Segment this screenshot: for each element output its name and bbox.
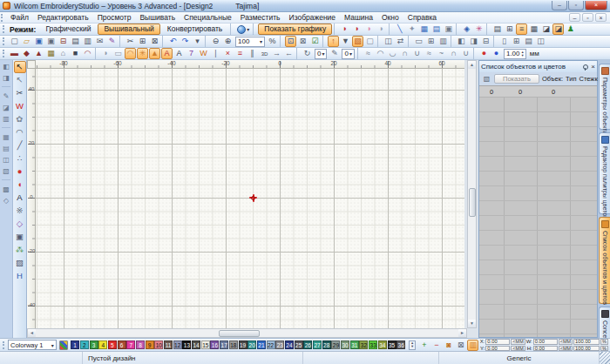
dock-tool-icon[interactable]: ◪ <box>1 103 11 113</box>
color-swatch[interactable]: 30 <box>341 340 349 349</box>
delete-icon[interactable]: × <box>222 48 234 59</box>
toolbar-icon[interactable]: ▯ <box>498 36 510 47</box>
no-fill-icon[interactable]: ⊠ <box>455 340 466 351</box>
tab-object-properties[interactable]: Параметры объекта <box>599 64 610 130</box>
print-preview-icon[interactable]: ▥ <box>82 36 93 47</box>
toolbar-icon[interactable]: → <box>271 48 282 59</box>
3d-icon[interactable]: 3D <box>259 48 270 59</box>
dock-tool-icon[interactable]: ▧ <box>1 166 11 177</box>
stitch-type-icon[interactable]: ◡ <box>387 48 398 59</box>
close-button[interactable]: × <box>585 1 607 10</box>
arc-red-icon[interactable]: ◖ <box>14 179 26 191</box>
color-swatch[interactable]: 12 <box>173 340 182 349</box>
palette-scroll-stepper[interactable]: ▴ ▾ <box>409 340 416 350</box>
stitch-type-icon[interactable]: ◠ <box>375 48 386 59</box>
folder-dark2-icon[interactable]: ◪ <box>552 24 564 35</box>
graphic-mode-button[interactable]: Графический <box>39 24 97 35</box>
digitize-arc-icon[interactable]: ◠ <box>14 126 26 138</box>
color-swatch[interactable]: 27 <box>313 340 322 349</box>
overlap-icon[interactable]: ⊡ <box>285 36 296 47</box>
pen-icon[interactable]: ✎ <box>329 48 340 59</box>
colorway-select[interactable]: Colorway 1 ▾ <box>8 340 57 350</box>
toolbar-icon[interactable]: ▥ <box>437 36 449 47</box>
cut-icon[interactable]: ✂ <box>125 36 136 47</box>
dock-tool-icon[interactable]: ◫ <box>1 155 11 165</box>
color-swatch[interactable]: 36 <box>396 340 405 349</box>
color-swatch[interactable]: 3 <box>90 340 98 349</box>
h-tool-icon[interactable]: H <box>14 270 26 282</box>
seven-icon[interactable]: 7 <box>186 48 197 59</box>
toolbar-icon[interactable]: ◫ <box>535 36 546 47</box>
dock-tool-icon[interactable]: ▥ <box>1 114 11 125</box>
stitch-type-icon[interactable]: ∩ <box>399 48 410 59</box>
color-swatch[interactable]: 24 <box>285 340 294 349</box>
dock-tool-icon[interactable] <box>2 86 10 90</box>
color-swatch[interactable]: 19 <box>239 340 247 349</box>
color-swatch[interactable]: 13 <box>182 340 191 349</box>
menu-help[interactable]: Справка <box>403 13 441 22</box>
offset-spinner[interactable]: 0 ▾ <box>342 49 354 59</box>
folder-dark-icon[interactable]: ◪ <box>540 24 552 35</box>
fill-arc-icon[interactable]: ◠ <box>125 48 136 59</box>
color-swatch[interactable]: 25 <box>295 340 303 349</box>
image-icon[interactable]: ▣ <box>443 24 454 35</box>
menu-view[interactable]: Просмотр <box>93 13 136 22</box>
star-fill-icon[interactable]: ✳ <box>137 48 148 59</box>
toolbar-icon[interactable]: ▭ <box>413 36 424 47</box>
petal-hatched-icon[interactable]: ◗ <box>351 24 363 35</box>
palette-editor-icon[interactable]: ▥ <box>467 340 478 351</box>
toolbar-icon[interactable] <box>456 24 459 35</box>
petal-empty-icon[interactable]: ◗ <box>376 24 387 35</box>
scroll-left-icon[interactable]: ◄ <box>28 329 36 337</box>
color-swatch[interactable]: 4 <box>98 340 107 349</box>
menu-stitch[interactable]: Вышивать <box>135 13 180 22</box>
zoom-out-icon[interactable]: ⊖ <box>210 36 221 47</box>
design-icon[interactable]: ◈ <box>461 24 472 35</box>
menu-image[interactable]: Изображение <box>285 13 341 22</box>
toolbar-icon[interactable]: ⊞ <box>425 36 437 47</box>
color-swatch[interactable]: 2 <box>80 340 89 349</box>
color-swatch[interactable]: 6 <box>118 340 126 349</box>
color-swatch[interactable]: 26 <box>303 340 312 349</box>
printer-icon[interactable]: ▤ <box>491 24 503 35</box>
color-swatch[interactable]: 16 <box>210 340 219 349</box>
hoop-globe-button[interactable]: ▾ <box>237 25 249 34</box>
tab-color-palette-editor[interactable]: Редактор палитры цветов <box>599 132 610 214</box>
refresh-icon[interactable]: ↻ <box>302 48 313 59</box>
tab-object-color-list[interactable]: Список объектов и цветов <box>599 217 610 304</box>
check-icon[interactable]: ☑ <box>309 36 321 47</box>
toolbar-icon[interactable]: ◆ <box>21 48 32 59</box>
coordinate-field[interactable]: 0.00 <box>485 339 510 345</box>
color-swatch[interactable]: 15 <box>201 340 210 349</box>
save-all-icon[interactable]: ▣ <box>45 36 57 47</box>
new-icon[interactable]: ▢ <box>9 36 20 47</box>
color-swatch[interactable]: 11 <box>164 340 173 349</box>
toolbar-icon[interactable]: ◫ <box>383 36 394 47</box>
color-swatch[interactable]: 31 <box>350 340 359 349</box>
toolbar-icon[interactable]: ▭ <box>112 48 124 59</box>
color-swatch[interactable]: 28 <box>322 340 331 349</box>
remove-color-icon[interactable]: − <box>430 340 442 351</box>
toolbar-icon[interactable] <box>280 36 283 47</box>
toolbar-icon[interactable] <box>408 36 411 47</box>
toolbar-icon[interactable] <box>119 36 123 47</box>
up-arrow-icon[interactable]: ↑ <box>328 36 339 47</box>
add-color-icon[interactable]: + <box>418 340 430 351</box>
toolbar-icon[interactable] <box>322 36 326 47</box>
toolbar-icon[interactable]: ▦ <box>45 48 57 59</box>
scissors-icon[interactable]: ✂ <box>14 87 26 99</box>
color-swatch[interactable]: 9 <box>146 340 154 349</box>
line-tool-icon[interactable]: ╲ <box>394 24 405 35</box>
stitch-type-icon[interactable]: ≈ <box>363 48 374 59</box>
toolbar-icon[interactable] <box>486 24 490 35</box>
flower-tool-icon[interactable]: ✿ <box>14 113 26 125</box>
circle-red-icon[interactable]: ● <box>14 165 26 178</box>
petal-outline-icon[interactable]: ◗ <box>363 24 375 35</box>
square-in-square-icon[interactable]: ▣ <box>14 231 26 243</box>
dock-tool-icon[interactable] <box>2 127 10 131</box>
toolbar-icon[interactable] <box>389 24 392 35</box>
stitch-length-field[interactable]: 1.00 ▴ ▾ <box>504 49 526 59</box>
lines-red-icon[interactable]: ≡ <box>234 48 246 59</box>
scroll-right-icon[interactable]: ► <box>458 329 466 337</box>
petal-filled-icon[interactable]: ◗ <box>339 24 350 35</box>
